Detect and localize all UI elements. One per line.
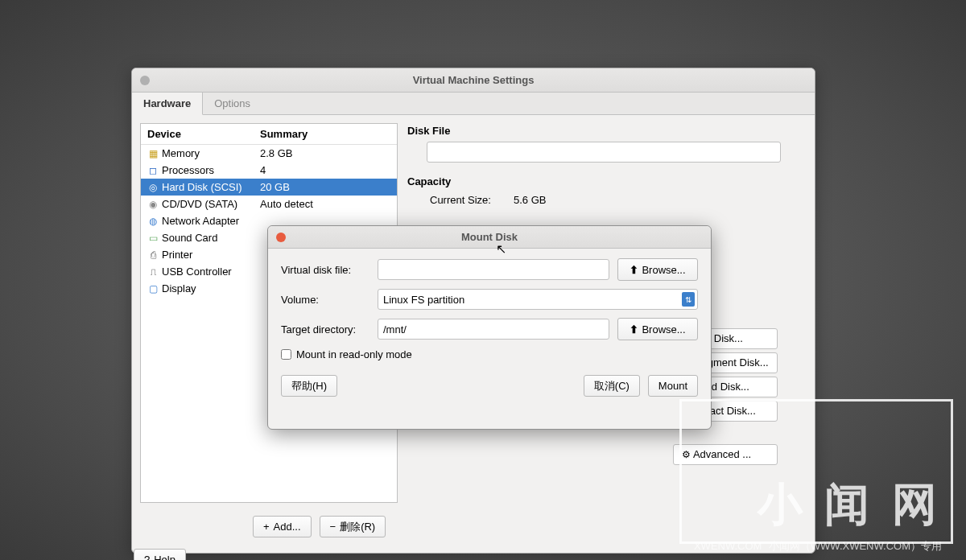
current-size-value: 5.6 GB <box>514 194 546 206</box>
dialog-title: Mount Disk <box>268 231 711 243</box>
help-row: ?Help <box>132 542 815 560</box>
minus-icon: − <box>330 521 336 533</box>
volume-select[interactable]: Linux FS partition <box>378 289 698 310</box>
window-title: Virtual Machine Settings <box>132 74 815 86</box>
advanced-label: Advanced ... <box>693 448 751 460</box>
device-label: Display <box>162 282 196 294</box>
virtual-disk-file-label: Virtual disk file: <box>281 264 369 276</box>
usb-icon: ⎍ <box>147 266 159 278</box>
disk-icon: ◎ <box>147 182 159 193</box>
current-size-row: Current Size: 5.6 GB <box>407 192 797 208</box>
cpu-icon: ◻ <box>147 165 159 176</box>
browse-target-button[interactable]: ⬆Browse... <box>617 318 698 340</box>
device-label: Printer <box>162 249 192 261</box>
tab-bar: Hardware Options <box>132 93 815 115</box>
readonly-label: Mount in read-only mode <box>296 348 412 360</box>
device-summary: Auto detect <box>260 198 390 210</box>
sound-icon: ▭ <box>147 233 159 244</box>
device-label: Sound Card <box>162 232 217 244</box>
device-processors[interactable]: ◻Processors4 <box>141 162 397 179</box>
help-label: Help <box>154 554 175 560</box>
network-icon: ◍ <box>147 216 159 227</box>
advanced-button[interactable]: ⚙ Advanced ... <box>673 444 778 465</box>
dialog-help-button[interactable]: 帮助(H) <box>281 375 337 397</box>
device-cd-dvd[interactable]: ◉CD/DVD (SATA)Auto detect <box>141 196 397 212</box>
cancel-button[interactable]: 取消(C) <box>584 375 640 397</box>
device-label: Processors <box>162 164 214 176</box>
device-summary: 20 GB <box>260 181 390 193</box>
capacity-label: Capacity <box>407 175 797 187</box>
remove-button[interactable]: −删除(R) <box>320 516 386 537</box>
device-summary: 2.8 GB <box>260 147 390 159</box>
device-hard-disk[interactable]: ◎Hard Disk (SCSI)20 GB <box>141 179 397 196</box>
help-icon: ? <box>144 554 150 560</box>
target-directory-input[interactable] <box>378 319 609 340</box>
col-summary: Summary <box>260 128 390 140</box>
device-label: USB Controller <box>162 266 232 278</box>
upload-icon: ⬆ <box>630 323 638 336</box>
upload-icon: ⬆ <box>630 264 638 276</box>
target-directory-label: Target directory: <box>281 323 369 336</box>
dialog-titlebar: Mount Disk <box>268 226 711 249</box>
add-button[interactable]: +Add... <box>253 516 312 537</box>
volume-label: Volume: <box>281 294 369 306</box>
tab-hardware[interactable]: Hardware <box>132 93 203 115</box>
browse-vdf-button[interactable]: ⬆Browse... <box>617 258 698 281</box>
device-label: Memory <box>162 147 200 159</box>
remove-label: 删除(R) <box>340 520 375 534</box>
device-list-header: Device Summary <box>141 124 397 145</box>
mount-button[interactable]: Mount <box>648 375 698 397</box>
dropdown-icon: ⇅ <box>682 292 695 307</box>
browse-label: Browse... <box>642 323 685 336</box>
device-label: CD/DVD (SATA) <box>162 198 237 210</box>
mount-disk-dialog: Mount Disk Virtual disk file: ⬆Browse...… <box>267 225 712 430</box>
browse-label: Browse... <box>642 264 685 276</box>
display-icon: ▢ <box>147 283 159 294</box>
gear-icon: ⚙ <box>682 449 691 460</box>
printer-icon: ⎙ <box>147 249 159 261</box>
cd-icon: ◉ <box>147 199 159 210</box>
col-device: Device <box>147 128 260 140</box>
disk-file-label: Disk File <box>407 125 797 137</box>
device-memory[interactable]: ▦Memory2.8 GB <box>141 145 397 162</box>
device-label: Hard Disk (SCSI) <box>162 181 242 193</box>
device-label: Network Adapter <box>162 215 239 227</box>
readonly-checkbox[interactable] <box>281 349 291 360</box>
plus-icon: + <box>263 521 270 533</box>
disk-file-input[interactable] <box>427 142 781 163</box>
device-summary: 4 <box>260 164 390 176</box>
memory-icon: ▦ <box>147 148 159 159</box>
tab-options[interactable]: Options <box>203 93 262 114</box>
current-size-label: Current Size: <box>430 194 514 206</box>
help-button[interactable]: ?Help <box>134 549 186 560</box>
add-label: Add... <box>274 521 301 533</box>
virtual-disk-file-input[interactable] <box>378 259 609 280</box>
main-titlebar: Virtual Machine Settings <box>132 68 815 93</box>
bottom-toolbar: +Add... −删除(R) <box>132 511 815 542</box>
